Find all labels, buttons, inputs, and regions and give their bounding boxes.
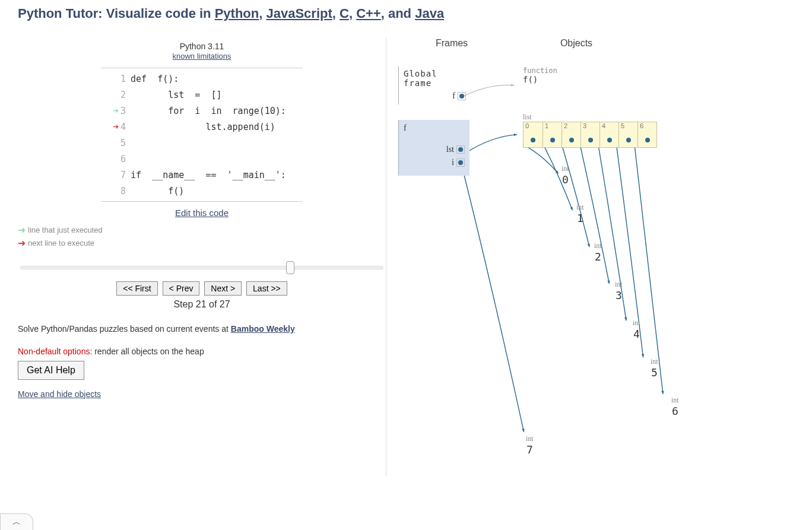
options-line: Non-default options: render all objects … — [18, 347, 386, 356]
prev-arrow-icon: ➜ — [18, 224, 26, 237]
list-cell: 6 — [637, 122, 656, 147]
move-hide-link[interactable]: Move and hide objects — [18, 389, 101, 399]
code-line: 6 — [101, 151, 303, 167]
code-line: 5 — [101, 135, 303, 151]
slider-thumb[interactable] — [286, 261, 294, 274]
obj-function: function f() — [523, 66, 557, 84]
svg-marker-5 — [588, 244, 590, 247]
code-line: 7if __name__ == '__main__': — [101, 167, 303, 183]
code-header: Python 3.11 known limitations — [18, 38, 386, 61]
obj-int: int4 — [633, 319, 640, 340]
prev-button[interactable]: < Prev — [163, 281, 200, 296]
call-frame-name: f — [404, 123, 465, 133]
global-frame: Global frame f — [398, 66, 470, 104]
svg-marker-2 — [522, 429, 524, 432]
lang-link-javascript[interactable]: JavaScript — [266, 6, 332, 21]
limitations-link[interactable]: known limitations — [173, 52, 231, 61]
svg-marker-3 — [556, 170, 559, 173]
code-line: 2 lst = [] — [101, 87, 303, 103]
svg-marker-6 — [607, 281, 610, 284]
lang-link-java[interactable]: Java — [415, 6, 444, 21]
legend-prev-text: line that just executed — [28, 225, 103, 236]
var-name-f: f — [452, 91, 455, 101]
var-slot — [456, 145, 465, 154]
global-frame-label: Global frame — [404, 69, 466, 88]
obj-int: int5 — [651, 357, 658, 379]
promo-link[interactable]: Bamboo Weekly — [231, 324, 295, 334]
obj-list: list 0123456 — [523, 113, 657, 148]
list-cell: 2 — [562, 122, 581, 147]
list-cell: 5 — [618, 122, 637, 147]
next-button[interactable]: Next > — [204, 281, 242, 296]
title-and: , and — [381, 6, 415, 21]
code-line: ➜4 lst.append(i) — [101, 119, 303, 135]
var-name-lst: lst — [446, 145, 454, 154]
lang-link-c[interactable]: C — [340, 6, 349, 21]
svg-marker-0 — [511, 84, 514, 86]
lang-label: Python 3.11 — [18, 42, 386, 51]
list-cell: 0 — [524, 122, 543, 147]
svg-marker-8 — [642, 354, 644, 357]
title-prefix: Python Tutor: Visualize code in — [18, 6, 215, 21]
frames-header: Frames — [398, 38, 505, 49]
legend-next-text: next line to execute — [28, 238, 94, 249]
code-area: 1def f():2 lst = []➜3 for i in range(10)… — [101, 68, 303, 202]
ai-help-button[interactable]: Get AI Help — [18, 361, 84, 380]
code-line: 1def f(): — [101, 71, 303, 87]
edit-code-link[interactable]: Edit this code — [175, 208, 229, 218]
obj-int: int0 — [562, 164, 569, 186]
prev-arrow-icon: ➜ — [113, 105, 119, 116]
var-lst: lst — [404, 145, 465, 154]
step-label: Step 21 of 27 — [18, 299, 386, 310]
var-f: f — [404, 91, 466, 101]
first-button[interactable]: << First — [116, 281, 157, 296]
code-line: ➜3 for i in range(10): — [101, 103, 303, 119]
lang-link-cpp[interactable]: C++ — [356, 6, 381, 21]
lang-link-python[interactable]: Python — [215, 6, 259, 21]
svg-marker-4 — [570, 207, 572, 211]
var-slot — [456, 158, 465, 167]
call-frame-f: f lst i — [398, 120, 470, 176]
list-cell: 1 — [543, 122, 562, 147]
last-button[interactable]: Last >> — [246, 281, 287, 296]
obj-int: int2 — [594, 242, 602, 263]
obj-int: int7 — [526, 434, 534, 456]
arrow-legend: ➜ line that just executed ➜ next line to… — [18, 224, 386, 250]
obj-int: int1 — [576, 203, 584, 224]
var-name-i: i — [452, 158, 454, 167]
svg-marker-7 — [624, 318, 627, 321]
next-arrow-icon: ➜ — [18, 237, 26, 250]
obj-int: int6 — [671, 396, 679, 417]
objects-header: Objects — [541, 38, 612, 49]
code-line: 8 f() — [101, 183, 303, 199]
svg-marker-1 — [514, 134, 517, 136]
obj-int: int3 — [615, 280, 623, 302]
next-arrow-icon: ➜ — [113, 121, 119, 132]
var-i: i — [404, 158, 465, 167]
svg-marker-9 — [661, 391, 664, 394]
list-cell: 3 — [581, 122, 600, 147]
page-title: Python Tutor: Visualize code in Python, … — [0, 0, 812, 26]
step-slider[interactable] — [18, 261, 386, 274]
list-cell: 4 — [600, 122, 618, 147]
promo-text: Solve Python/Pandas puzzles based on cur… — [18, 324, 386, 334]
var-slot — [458, 92, 466, 100]
